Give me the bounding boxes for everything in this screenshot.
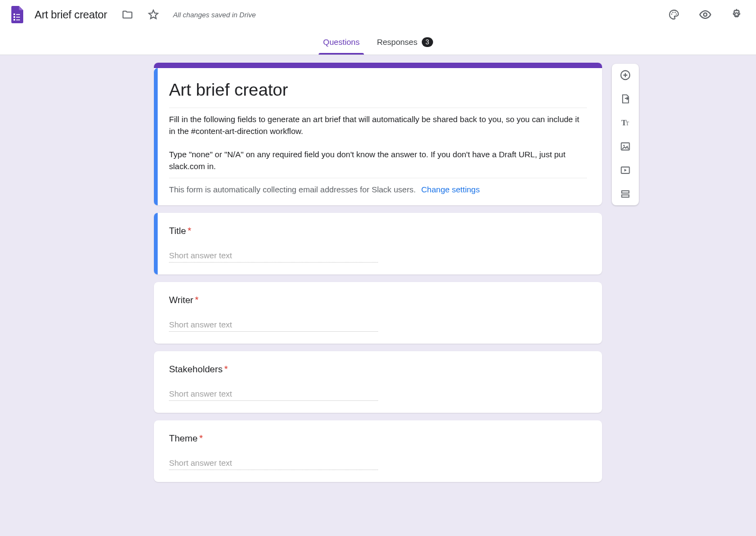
save-status: All changes saved in Drive	[173, 11, 255, 19]
question-label[interactable]: Title	[169, 226, 186, 236]
svg-point-7	[672, 12, 673, 13]
top-bar: Art brief creator All changes saved in D…	[0, 0, 756, 29]
svg-point-9	[676, 14, 677, 15]
divider	[169, 178, 587, 178]
accent-left	[154, 213, 158, 274]
change-settings-link[interactable]: Change settings	[421, 185, 480, 194]
required-star: *	[188, 226, 192, 236]
preview-eye-icon[interactable]	[694, 4, 716, 25]
svg-point-8	[674, 12, 676, 13]
question-label[interactable]: Theme	[169, 433, 198, 444]
tab-questions-label: Questions	[323, 37, 360, 46]
doc-title[interactable]: Art brief creator	[35, 9, 107, 21]
question-heading: Writer*	[169, 295, 587, 306]
add-title-icon[interactable]: TT	[616, 116, 635, 130]
tab-questions[interactable]: Questions	[323, 29, 360, 55]
email-notice-text: This form is automatically collecting em…	[169, 185, 416, 194]
add-section-icon[interactable]	[616, 187, 635, 201]
svg-point-16	[623, 145, 625, 146]
question-label[interactable]: Writer	[169, 295, 193, 305]
responses-count-badge: 3	[422, 37, 433, 47]
question-heading: Theme*	[169, 433, 587, 444]
theme-palette-icon[interactable]	[663, 4, 685, 25]
svg-rect-18	[622, 191, 629, 193]
accent-top	[154, 63, 602, 68]
short-answer-placeholder: Short answer text	[169, 389, 378, 401]
accent-left	[154, 68, 158, 205]
short-answer-placeholder: Short answer text	[169, 320, 378, 332]
question-card[interactable]: Stakeholders* Short answer text	[154, 351, 602, 413]
question-card[interactable]: Theme* Short answer text	[154, 420, 602, 482]
add-video-icon[interactable]	[616, 163, 635, 177]
star-icon[interactable]	[143, 4, 164, 25]
import-questions-icon[interactable]	[616, 92, 635, 106]
required-star: *	[195, 295, 199, 305]
short-answer-placeholder: Short answer text	[169, 251, 378, 263]
tab-responses[interactable]: Responses 3	[377, 29, 433, 55]
sidebar-toolbar: TT	[612, 64, 639, 205]
question-heading: Stakeholders*	[169, 364, 587, 375]
tab-responses-label: Responses	[377, 37, 417, 46]
svg-rect-5	[16, 19, 20, 21]
svg-rect-3	[16, 17, 20, 18]
editor-canvas: TT Art brief creator Fill in the followi…	[0, 55, 756, 536]
svg-rect-0	[14, 14, 15, 15]
svg-rect-4	[14, 19, 15, 21]
svg-rect-19	[622, 195, 629, 197]
short-answer-placeholder: Short answer text	[169, 458, 378, 470]
question-card[interactable]: Title* Short answer text	[154, 213, 602, 274]
top-right-actions	[663, 4, 747, 25]
question-card[interactable]: Writer* Short answer text	[154, 282, 602, 344]
form-description[interactable]: Fill in the following fields to generate…	[169, 113, 587, 172]
svg-point-6	[671, 14, 672, 15]
svg-point-10	[704, 13, 707, 16]
svg-text:T: T	[626, 120, 629, 126]
required-star: *	[199, 433, 203, 444]
add-image-icon[interactable]	[616, 139, 635, 153]
question-heading: Title*	[169, 226, 587, 237]
divider	[169, 108, 587, 108]
tab-bar: Questions Responses 3	[0, 29, 756, 55]
svg-rect-1	[16, 14, 20, 15]
email-collection-notice: This form is automatically collecting em…	[169, 184, 587, 196]
form-title[interactable]: Art brief creator	[169, 80, 587, 100]
svg-rect-2	[14, 16, 15, 18]
add-question-icon[interactable]	[616, 68, 635, 82]
required-star: *	[224, 364, 228, 374]
form-header-card[interactable]: Art brief creator Fill in the following …	[154, 63, 602, 205]
forms-logo-icon	[9, 4, 25, 25]
question-label[interactable]: Stakeholders	[169, 364, 222, 374]
move-folder-icon[interactable]	[117, 4, 138, 25]
settings-gear-icon[interactable]	[726, 4, 747, 25]
